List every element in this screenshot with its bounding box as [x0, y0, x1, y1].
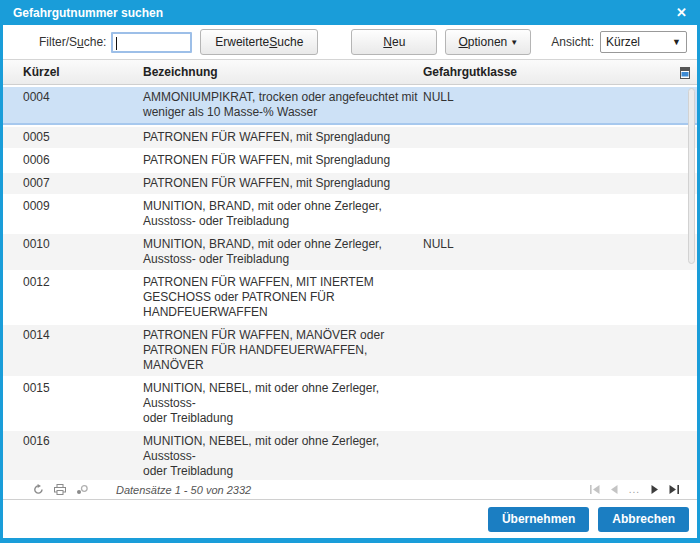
apply-button[interactable]: Übernehmen: [488, 507, 589, 532]
chevron-down-icon: ▼: [510, 38, 518, 47]
page-ellipsis: ...: [629, 485, 640, 495]
export-icon[interactable]: [76, 484, 88, 495]
table-row[interactable]: 0006 PATRONEN FÜR WAFFEN, mit Sprengladu…: [3, 150, 697, 171]
table-row[interactable]: 0015 MUNITION, NEBEL, mit oder ohne Zerl…: [3, 378, 697, 429]
cell-gefahrgutklasse: [423, 176, 697, 191]
cell-bezeichnung: PATRONEN FÜR WAFFEN, mit Sprengladung: [143, 176, 423, 191]
table-row[interactable]: 0007 PATRONEN FÜR WAFFEN, mit Sprengladu…: [3, 173, 697, 194]
cell-gefahrgutklasse: [423, 328, 697, 373]
first-page-icon[interactable]: [590, 485, 600, 494]
chevron-down-icon: ▼: [672, 37, 681, 47]
cell-kuerzel: 0016: [3, 434, 143, 479]
cell-gefahrgutklasse: [423, 434, 697, 479]
cell-kuerzel: 0004: [3, 90, 143, 120]
table-row[interactable]: 0016 MUNITION, NEBEL, mit oder ohne Zerl…: [3, 431, 697, 480]
dialog-titlebar[interactable]: Gefahrgutnummer suchen ✕: [3, 0, 697, 25]
cell-bezeichnung: PATRONEN FÜR WAFFEN, mit Sprengladung: [143, 130, 423, 145]
view-select[interactable]: Kürzel▼: [600, 31, 687, 53]
advanced-search-button[interactable]: Erweiterte Suche: [200, 29, 318, 55]
column-chooser-icon[interactable]: [680, 66, 690, 82]
record-count-label: Datensätze 1 - 50 von 2332: [116, 484, 251, 496]
new-button[interactable]: Neu: [351, 29, 437, 55]
cell-kuerzel: 0009: [3, 199, 143, 229]
vertical-scrollbar[interactable]: [688, 88, 695, 264]
previous-page-icon[interactable]: [611, 485, 618, 494]
cell-bezeichnung: MUNITION, NEBEL, mit oder ohne Zerleger,…: [143, 434, 423, 479]
cancel-button[interactable]: Abbrechen: [598, 507, 689, 532]
cell-gefahrgutklasse: NULL: [423, 237, 697, 267]
cell-bezeichnung: MUNITION, BRAND, mit oder ohne Zerleger,…: [143, 237, 423, 267]
cell-kuerzel: 0010: [3, 237, 143, 267]
footer-toolbar: [33, 484, 88, 495]
column-header-gefahrgutklasse[interactable]: Gefahrgutklasse: [423, 65, 697, 79]
pagination: ...: [590, 485, 679, 495]
table-body: 0004 AMMONIUMPIKRAT, trocken oder angefe…: [3, 85, 697, 480]
table-row[interactable]: 0012 PATRONEN FÜR WAFFEN, MIT INERTEM GE…: [3, 272, 697, 323]
cell-kuerzel: 0006: [3, 153, 143, 168]
table-row[interactable]: 0010 MUNITION, BRAND, mit oder ohne Zerl…: [3, 234, 697, 270]
next-page-icon[interactable]: [651, 485, 658, 494]
dialog-gefahrgutnummer-suchen: Gefahrgutnummer suchen ✕ Filter/Suche: E…: [0, 0, 700, 543]
search-input[interactable]: [111, 32, 192, 53]
table-footer: Datensätze 1 - 50 von 2332 ...: [3, 480, 697, 499]
last-page-icon[interactable]: [669, 485, 679, 494]
refresh-icon[interactable]: [33, 484, 44, 495]
table-row[interactable]: 0014 PATRONEN FÜR WAFFEN, MANÖVER oder P…: [3, 325, 697, 376]
cell-bezeichnung: PATRONEN FÜR WAFFEN, mit Sprengladung: [143, 153, 423, 168]
cell-gefahrgutklasse: [423, 199, 697, 229]
cell-gefahrgutklasse: [423, 275, 697, 320]
action-bar: Übernehmen Abbrechen: [3, 499, 697, 538]
column-header-kuerzel[interactable]: Kürzel: [3, 65, 143, 79]
cell-kuerzel: 0012: [3, 275, 143, 320]
view-select-value: Kürzel: [606, 35, 640, 49]
cell-kuerzel: 0005: [3, 130, 143, 145]
cell-gefahrgutklasse: [423, 130, 697, 145]
cell-bezeichnung: MUNITION, BRAND, mit oder ohne Zerleger,…: [143, 199, 423, 229]
close-icon[interactable]: ✕: [676, 6, 687, 19]
cell-gefahrgutklasse: [423, 153, 697, 168]
table-row[interactable]: 0009 MUNITION, BRAND, mit oder ohne Zerl…: [3, 196, 697, 232]
table-row[interactable]: 0005 PATRONEN FÜR WAFFEN, mit Sprengladu…: [3, 127, 697, 148]
column-header-bezeichnung[interactable]: Bezeichnung: [143, 65, 423, 79]
table-header: Kürzel Bezeichnung Gefahrgutklasse: [3, 59, 697, 85]
table-row[interactable]: 0004 AMMONIUMPIKRAT, trocken oder angefe…: [3, 87, 697, 125]
cell-kuerzel: 0014: [3, 328, 143, 373]
cell-kuerzel: 0015: [3, 381, 143, 426]
options-button[interactable]: Optionen▼: [445, 29, 531, 55]
cell-kuerzel: 0007: [3, 176, 143, 191]
dialog-title: Gefahrgutnummer suchen: [13, 6, 163, 20]
cell-bezeichnung: PATRONEN FÜR WAFFEN, MANÖVER oder PATRON…: [143, 328, 423, 373]
cell-gefahrgutklasse: [423, 381, 697, 426]
filter-label: Filter/Suche:: [39, 35, 106, 49]
cell-bezeichnung: AMMONIUMPIKRAT, trocken oder angefeuchte…: [143, 90, 423, 120]
cell-gefahrgutklasse: NULL: [423, 90, 697, 120]
view-label: Ansicht:: [551, 35, 594, 49]
print-icon[interactable]: [54, 484, 66, 495]
cell-bezeichnung: MUNITION, NEBEL, mit oder ohne Zerleger,…: [143, 381, 423, 426]
toolbar: Filter/Suche: Erweiterte Suche Neu Optio…: [3, 25, 697, 59]
text-caret: [116, 37, 117, 50]
cell-bezeichnung: PATRONEN FÜR WAFFEN, MIT INERTEM GESCHOS…: [143, 275, 423, 320]
